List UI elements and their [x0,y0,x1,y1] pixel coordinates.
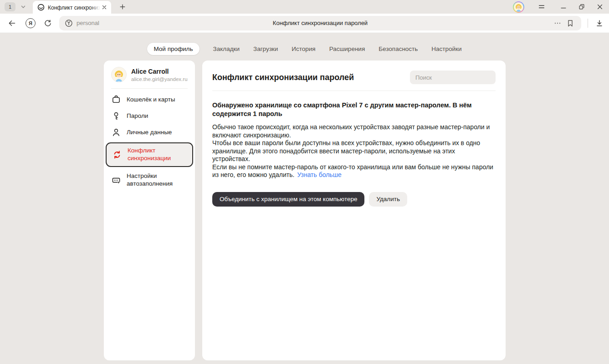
tab-title: Конфликт синхрониза [48,5,100,11]
header-divider [212,91,496,91]
profile-sidebar: Alice Carroll alice.the.girl@yandex.ru К… [104,61,195,360]
profile-email: alice.the.girl@yandex.ru [131,76,188,82]
reload-icon [44,19,52,27]
avatar [514,2,523,12]
restore-window-button[interactable] [573,0,591,14]
merge-storage-button[interactable]: Объединить с хранилищем на этом компьюте… [212,192,364,207]
reload-button[interactable] [41,16,55,30]
sidebar-item-label: Настройки автозаполнения [127,172,188,188]
tab-downloads[interactable]: Загрузки [253,46,278,52]
yandex-id-favicon-icon [37,4,45,11]
tab-history[interactable]: История [292,46,315,52]
tab-counter-badge[interactable]: 1 [5,2,15,11]
address-bar-title: Конфликт синхронизации паролей [59,20,581,26]
profile-badge-icon [65,19,73,27]
sidebar-divider [111,88,188,89]
tab-extensions[interactable]: Расширения [329,46,365,52]
tab-strip: 1 Конфликт синхрониза [0,0,609,14]
profile-badge[interactable]: personal [65,19,99,27]
wallet-icon [111,95,121,104]
sidebar-item-sync-conflict[interactable]: Конфликт синхронизации [106,142,193,167]
profile-name: Alice Carroll [131,68,188,75]
sync-conflict-panel: Конфликт синхронизации паролей Обнаружен… [202,61,506,360]
browser-tab[interactable]: Конфликт синхрониза [33,1,111,14]
profile-badge-label: personal [77,20,99,26]
sidebar-item-label: Конфликт синхронизации [128,147,187,162]
new-tab-button[interactable] [118,2,128,12]
paragraph: Обычно такое происходит, когда на нескол… [212,123,494,139]
close-icon [596,3,604,10]
hamburger-icon [538,3,545,10]
downloads-button[interactable] [593,16,606,30]
alert-heading: Обнаружено хранилище со смартфона Pixel … [212,101,494,118]
settings-nav-tabs: Мой профиль Закладки Загрузки История Ра… [0,43,609,55]
paragraph: Если вы не помните мастер-пароль от како… [212,163,494,179]
sidebar-item-autofill-settings[interactable]: Настройки автозаполнения [104,169,195,192]
tab-settings[interactable]: Настройки [431,46,461,52]
avatar [111,67,127,82]
browser-toolbar: Я personal Конфликт синхронизации пароле… [0,14,609,33]
plus-icon [119,4,126,10]
tab-security[interactable]: Безопасность [379,46,418,52]
yandex-logo-icon: Я [29,20,32,26]
browser-profile-avatar[interactable] [513,1,524,13]
sidebar-item-label: Личные данные [127,129,172,136]
back-arrow-icon [7,19,16,28]
sidebar-item-personal-data[interactable]: Личные данные [104,124,195,141]
account-profile: Alice Carroll alice.the.girl@yandex.ru [104,67,195,82]
sidebar-item-wallet[interactable]: Кошелёк и карты [104,91,195,108]
sync-icon [112,150,122,159]
tab-list-button[interactable] [19,3,27,11]
ellipsis-icon [554,20,561,27]
autofill-icon [111,176,121,185]
search-input[interactable] [410,71,496,84]
delete-storage-button[interactable]: Удалить [369,192,407,207]
restore-icon [578,3,585,10]
yandex-home-button[interactable]: Я [26,18,36,28]
download-icon [595,19,604,27]
more-actions-button[interactable] [551,17,564,30]
back-button[interactable] [5,16,19,30]
address-bar[interactable]: personal Конфликт синхронизации паролей [59,16,581,30]
minimize-button[interactable] [554,0,573,14]
sidebar-item-label: Кошелёк и карты [127,96,175,104]
paragraph: Чтобы все ваши пароли были доступны на в… [212,139,494,163]
bookmark-button[interactable] [564,17,577,30]
close-window-button[interactable] [591,0,609,14]
browser-menu-button[interactable] [532,0,551,14]
person-icon [111,128,121,137]
bookmark-icon [567,20,574,27]
tab-bookmarks[interactable]: Закладки [213,46,240,52]
minimize-icon [560,3,567,10]
description-text: Обычно такое происходит, когда на нескол… [212,123,494,179]
sidebar-item-label: Пароли [127,112,148,120]
close-icon [102,5,107,10]
tab-close-button[interactable] [101,4,107,10]
chevron-down-icon [20,4,26,10]
toolbar-divider [588,19,588,28]
sidebar-item-passwords[interactable]: Пароли [104,108,195,124]
tab-my-profile[interactable]: Мой профиль [147,43,199,55]
tab-counter-value: 1 [9,4,11,10]
learn-more-link[interactable]: Узнать больше [297,171,341,178]
page-title: Конфликт синхронизации паролей [212,73,354,82]
page-content: Мой профиль Закладки Загрузки История Ра… [0,33,609,364]
key-icon [111,111,121,121]
